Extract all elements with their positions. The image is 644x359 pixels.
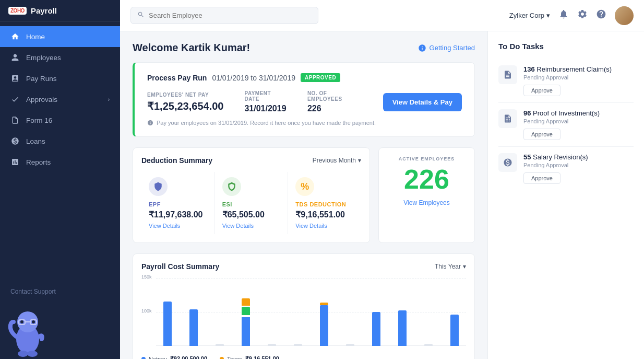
sidebar-label-reports: Reports: [26, 158, 51, 166]
search-input[interactable]: [149, 11, 312, 19]
reimbursement-count: 136 Reimbursement Claim(s): [523, 65, 634, 73]
tds-amount: ₹9,16,551.00: [295, 210, 354, 219]
pay-run-title: Process Pay Run: [147, 74, 207, 82]
deduction-title: Deduction Summary: [141, 156, 212, 165]
investment-count: 96 Proof of Investment(s): [523, 109, 634, 117]
deduction-item-epf: EPF ₹11,97,638.00 View Details: [141, 172, 215, 234]
deduction-filter-label: Previous Month: [313, 157, 356, 164]
svg-point-6: [32, 320, 35, 323]
reports-icon: [10, 157, 20, 167]
payroll-filter-label: This Year: [435, 263, 461, 270]
sidebar-item-loans[interactable]: Loans: [0, 131, 120, 152]
bar-empty-5: [268, 344, 276, 346]
salary-status: Pending Approval: [523, 162, 634, 168]
chart-container: 150k 100k: [141, 278, 466, 351]
sidebar: ZOHO Payroll Home Employees Pay Runs: [0, 0, 120, 359]
sidebar-item-employees[interactable]: Employees: [0, 47, 120, 68]
todo-content-reimbursement: 136 Reimbursement Claim(s) Pending Appro…: [523, 65, 634, 96]
employees-icon: [10, 53, 20, 62]
investment-approve-btn[interactable]: Approve: [523, 129, 560, 140]
num-employees-label: NO. OF EMPLOYEES: [307, 90, 362, 102]
chart-legend: Netpay ₹92,00,500.00 Taxes ₹9,16,551.00: [141, 355, 466, 359]
payroll-filter[interactable]: This Year ▾: [435, 263, 466, 270]
view-employees-link[interactable]: View Employees: [387, 199, 466, 206]
num-employees-value: 226: [307, 104, 362, 113]
net-pay-value: ₹1,25,23,654.00: [147, 100, 223, 112]
reimbursement-icon: [498, 65, 517, 84]
sidebar-label-pay-runs: Pay Runs: [26, 75, 57, 83]
bar-group-5: [260, 283, 284, 346]
todo-panel: To Do Tasks 136 Reimbursement Claim(s) P…: [487, 31, 644, 359]
pay-run-details: EMPLOYEES' NET PAY ₹1,25,23,654.00 PAYME…: [147, 90, 462, 113]
sidebar-item-approvals[interactable]: Approvals ›: [0, 89, 120, 110]
sidebar-item-pay-runs[interactable]: Pay Runs: [0, 68, 120, 89]
approvals-arrow: ›: [108, 97, 110, 102]
gridline-label-150k: 150k: [141, 274, 152, 280]
settings-icon[interactable]: [577, 9, 588, 22]
legend-taxes: Taxes ₹9,16,551.00: [220, 355, 279, 359]
main-content: Welcome Kartik Kumar! Getting Started Pr…: [120, 31, 487, 359]
todo-item-reimbursement: 136 Reimbursement Claim(s) Pending Appro…: [498, 59, 634, 103]
payroll-cost-title: Payroll Cost Summary: [141, 262, 219, 271]
sidebar-item-reports[interactable]: Reports: [0, 152, 120, 172]
salary-count: 55 Salary Revision(s): [523, 153, 634, 161]
user-avatar[interactable]: [615, 6, 634, 25]
pay-run-header: Process Pay Run 01/01/2019 to 31/01/2019…: [147, 73, 462, 82]
net-pay-label: EMPLOYEES' NET PAY: [147, 92, 223, 98]
search-box[interactable]: [130, 7, 318, 24]
main-area: Zylker Corp ▾ Welcome Kartik Kumar!: [120, 0, 644, 359]
todo-item-investment: 96 Proof of Investment(s) Pending Approv…: [498, 103, 634, 147]
welcome-row: Welcome Kartik Kumar! Getting Started: [133, 42, 475, 54]
legend-taxes-dot: [220, 357, 224, 360]
deduction-filter[interactable]: Previous Month ▾: [313, 157, 361, 164]
pay-run-date: 01/01/2019 to 31/01/2019: [212, 74, 295, 82]
payroll-card-header: Payroll Cost Summary This Year ▾: [141, 262, 466, 271]
esi-view-link[interactable]: View Details: [222, 223, 281, 229]
reimbursement-approve-btn[interactable]: Approve: [523, 85, 560, 96]
getting-started-label: Getting Started: [430, 44, 475, 52]
view-details-pay-button[interactable]: View Details & Pay: [383, 93, 462, 111]
help-icon[interactable]: [596, 9, 606, 22]
legend-taxes-value: ₹9,16,551.00: [245, 355, 279, 359]
epf-amount: ₹11,97,638.00: [149, 210, 207, 219]
company-selector[interactable]: Zylker Corp ▾: [509, 11, 550, 19]
legend-netpay-dot: [141, 357, 146, 360]
info-icon: [418, 44, 426, 52]
svg-point-7: [18, 351, 28, 357]
app-name: Payroll: [31, 6, 57, 15]
pay-notice: Pay your employees on 31/01/2019. Record…: [147, 120, 462, 126]
epf-view-link[interactable]: View Details: [149, 223, 207, 229]
active-employees-label: ACTIVE EMPLOYEES: [387, 156, 466, 161]
contact-support[interactable]: Contact Support: [0, 282, 120, 302]
avatar-image: [615, 6, 634, 25]
salary-approve-btn[interactable]: Approve: [523, 172, 560, 184]
payroll-chevron-icon: ▾: [463, 263, 466, 270]
bar-group-7: [313, 283, 336, 346]
deduction-summary-card: Deduction Summary Previous Month ▾ EP: [133, 147, 370, 243]
tds-view-link[interactable]: View Details: [295, 223, 354, 229]
getting-started-link[interactable]: Getting Started: [418, 44, 475, 52]
payment-date-detail: PAYMENT DATE 31/01/2019: [244, 90, 286, 113]
search-icon: [137, 11, 145, 20]
welcome-title: Welcome Kartik Kumar!: [133, 42, 250, 54]
chevron-down-icon: ▾: [358, 157, 361, 164]
bar-group-3: [208, 283, 232, 346]
legend-taxes-label: Taxes: [227, 356, 242, 360]
bar-group-4: [234, 283, 258, 346]
sidebar-item-form16[interactable]: Form 16: [0, 110, 120, 131]
sidebar-item-home[interactable]: Home: [0, 26, 120, 47]
nav-menu: Home Employees Pay Runs Approvals ›: [0, 22, 120, 282]
pay-run-banner: Process Pay Run 01/01/2019 to 31/01/2019…: [133, 62, 475, 137]
num-employees-detail: NO. OF EMPLOYEES 226: [307, 90, 362, 113]
todo-item-salary: 55 Salary Revision(s) Pending Approval A…: [498, 147, 634, 190]
epf-icon: [149, 177, 168, 196]
gridline-label-100k: 100k: [141, 308, 152, 314]
bar-empty-3: [216, 344, 224, 346]
sidebar-label-approvals: Approvals: [26, 96, 57, 103]
sidebar-label-form16: Form 16: [26, 117, 52, 124]
chart-bars: [156, 283, 466, 346]
bell-icon[interactable]: [558, 9, 569, 22]
legend-netpay-label: Netpay: [149, 356, 167, 360]
form16-icon: [10, 115, 20, 125]
employee-count: 226: [387, 166, 466, 193]
